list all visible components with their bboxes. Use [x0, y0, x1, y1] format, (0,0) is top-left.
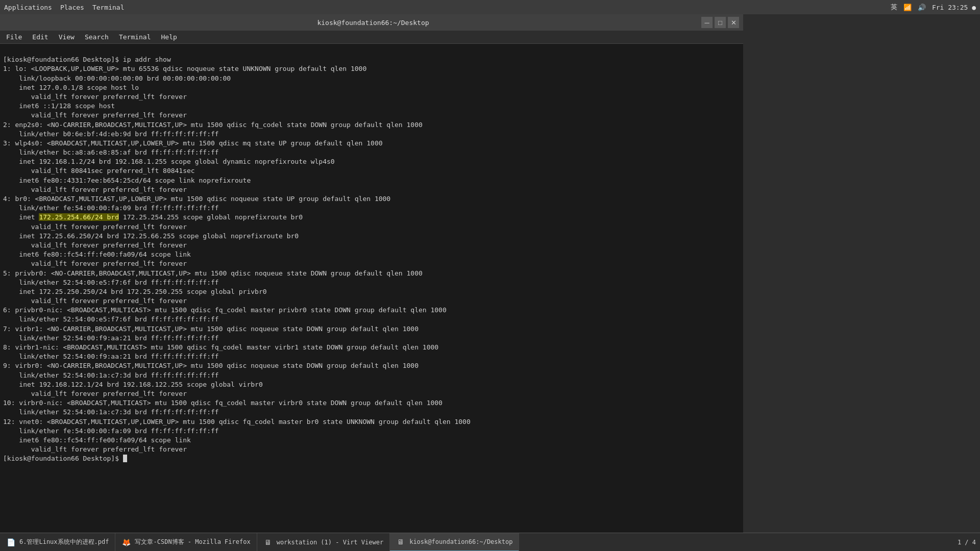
- help-menu[interactable]: Help: [157, 32, 181, 42]
- audio-icon: 🔊: [918, 4, 926, 11]
- title-bar-buttons: ─ □ ✕: [701, 17, 739, 28]
- taskbar-item-virt[interactable]: 🖥 workstation (1) - Virt Viewer: [257, 533, 390, 552]
- taskbar-label-virt: workstation (1) - Virt Viewer: [277, 539, 384, 546]
- taskbar-label-terminal: kiosk@foundation66:~/Desktop: [409, 538, 512, 545]
- close-button[interactable]: ✕: [728, 17, 739, 28]
- system-bar-left: Applications Places Terminal: [4, 4, 125, 11]
- network-icon: 📶: [903, 4, 912, 11]
- maximize-button[interactable]: □: [715, 17, 726, 28]
- language-indicator: 英: [891, 3, 897, 12]
- places-menu[interactable]: Places: [60, 4, 84, 11]
- virt-icon: 🖥: [263, 538, 273, 547]
- terminal-icon: 🖥: [396, 537, 405, 546]
- taskbar-item-terminal[interactable]: 🖥 kiosk@foundation66:~/Desktop: [390, 533, 519, 552]
- taskbar-label-firefox: 写文章-CSDN博客 - Mozilla Firefox: [135, 538, 250, 546]
- window-title: kiosk@foundation66:~/Desktop: [45, 19, 701, 27]
- taskbar: 📄 6.管理Linux系统中的进程.pdf 🦊 写文章-CSDN博客 - Moz…: [0, 533, 980, 551]
- taskbar-item-pdf[interactable]: 📄 6.管理Linux系统中的进程.pdf: [0, 533, 115, 552]
- taskbar-item-firefox[interactable]: 🦊 写文章-CSDN博客 - Mozilla Firefox: [115, 533, 257, 552]
- menu-bar: File Edit View Search Terminal Help: [0, 31, 743, 44]
- terminal-window: kiosk@foundation66:~/Desktop ─ □ ✕ File …: [0, 14, 743, 537]
- taskbar-label-pdf: 6.管理Linux系统中的进程.pdf: [19, 538, 109, 546]
- taskbar-page-indicator: 1 / 4: [958, 539, 980, 546]
- pdf-icon: 📄: [6, 538, 15, 547]
- terminal-output[interactable]: [kiosk@foundation66 Desktop]$ ip addr sh…: [0, 44, 743, 537]
- firefox-icon: 🦊: [121, 538, 131, 547]
- applications-menu[interactable]: Applications: [4, 4, 52, 11]
- view-menu[interactable]: View: [55, 32, 79, 42]
- file-menu[interactable]: File: [2, 32, 26, 42]
- datetime-display: Fri 23:25 ●: [932, 4, 976, 11]
- minimize-button[interactable]: ─: [701, 17, 713, 28]
- title-bar: kiosk@foundation66:~/Desktop ─ □ ✕: [0, 14, 743, 31]
- highlighted-ip: 172.25.254.66/24 brd: [39, 213, 119, 221]
- system-bar: Applications Places Terminal 英 📶 🔊 Fri 2…: [0, 0, 980, 14]
- edit-menu[interactable]: Edit: [28, 32, 52, 42]
- terminal-menu[interactable]: Terminal: [92, 4, 125, 11]
- search-menu[interactable]: Search: [81, 32, 113, 42]
- terminal-menu-item[interactable]: Terminal: [115, 32, 155, 42]
- system-bar-right: 英 📶 🔊 Fri 23:25 ●: [891, 3, 976, 12]
- terminal-line-cmd: [kiosk@foundation66 Desktop]$ ip addr sh…: [3, 56, 471, 462]
